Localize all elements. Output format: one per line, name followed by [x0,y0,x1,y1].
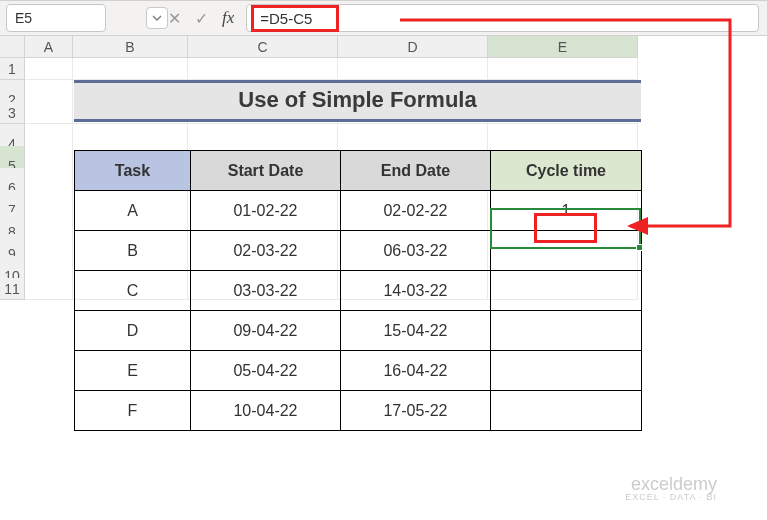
table-row: F10-04-2217-05-22 [75,391,642,431]
row-header-11[interactable]: 11 [0,278,25,300]
chevron-down-icon [152,13,162,23]
cell[interactable] [188,58,338,80]
cell-end[interactable]: 06-03-22 [341,231,491,271]
cell-start[interactable]: 10-04-22 [191,391,341,431]
table-row: E05-04-2216-04-22 [75,351,642,391]
table-row: C03-03-2214-03-22 [75,271,642,311]
cell-end[interactable]: 02-02-22 [341,191,491,231]
table-row: D09-04-2215-04-22 [75,311,642,351]
row-header-1[interactable]: 1 [0,58,25,80]
col-header-A[interactable]: A [25,36,73,58]
cell-start[interactable]: 09-04-22 [191,311,341,351]
fx-label[interactable]: fx [222,8,234,28]
name-box-value: E5 [15,10,32,26]
cell-end[interactable]: 16-04-22 [341,351,491,391]
row-header-3[interactable]: 3 [0,102,25,124]
cell-task[interactable]: E [75,351,191,391]
header-start-date[interactable]: Start Date [191,151,341,191]
table-row: B02-03-2206-03-22 [75,231,642,271]
formula-bar-buttons: ✕ ✓ fx [168,8,246,28]
cell-end[interactable]: 14-03-22 [341,271,491,311]
cell-cycle[interactable] [491,311,642,351]
cell[interactable] [488,58,638,80]
page-title: Use of Simple Formula [74,80,641,122]
watermark: exceldemy EXCEL · DATA · BI [625,475,717,502]
cell-task[interactable]: D [75,311,191,351]
formula-input[interactable]: =D5-C5 [246,4,759,32]
cell[interactable] [25,102,73,124]
formula-bar: E5 ✕ ✓ fx =D5-C5 [0,0,767,36]
watermark-tagline: EXCEL · DATA · BI [625,493,717,502]
cell-task[interactable]: B [75,231,191,271]
header-cycle-time[interactable]: Cycle time [491,151,642,191]
cell[interactable] [25,58,73,80]
formula-text: =D5-C5 [251,5,339,32]
cell-end[interactable]: 17-05-22 [341,391,491,431]
table-row: A01-02-2202-02-221 [75,191,642,231]
header-task[interactable]: Task [75,151,191,191]
cell-start[interactable]: 02-03-22 [191,231,341,271]
cancel-formula-button[interactable]: ✕ [168,9,181,28]
col-header-C[interactable]: C [188,36,338,58]
name-box-dropdown[interactable] [146,7,168,29]
col-header-D[interactable]: D [338,36,488,58]
data-region: Use of Simple Formula Task Start Date En… [74,80,641,431]
cell-task[interactable]: A [75,191,191,231]
watermark-brand: exceldemy [625,475,717,493]
cell-start[interactable]: 05-04-22 [191,351,341,391]
cell-task[interactable]: F [75,391,191,431]
header-end-date[interactable]: End Date [341,151,491,191]
cell[interactable] [73,58,188,80]
cell-cycle[interactable] [491,271,642,311]
cell-end[interactable]: 15-04-22 [341,311,491,351]
cell[interactable] [338,58,488,80]
cell[interactable] [25,278,73,300]
accept-formula-button[interactable]: ✓ [195,9,208,28]
cell-task[interactable]: C [75,271,191,311]
cell-cycle[interactable] [491,231,642,271]
cell-cycle[interactable] [491,391,642,431]
cell-cycle[interactable] [491,351,642,391]
name-box[interactable]: E5 [6,4,106,32]
cell-cycle[interactable]: 1 [491,191,642,231]
col-header-E[interactable]: E [488,36,638,58]
select-all-corner[interactable] [0,36,25,58]
data-table: Task Start Date End Date Cycle time A01-… [74,150,642,431]
cell-start[interactable]: 01-02-22 [191,191,341,231]
col-header-B[interactable]: B [73,36,188,58]
cell-start[interactable]: 03-03-22 [191,271,341,311]
